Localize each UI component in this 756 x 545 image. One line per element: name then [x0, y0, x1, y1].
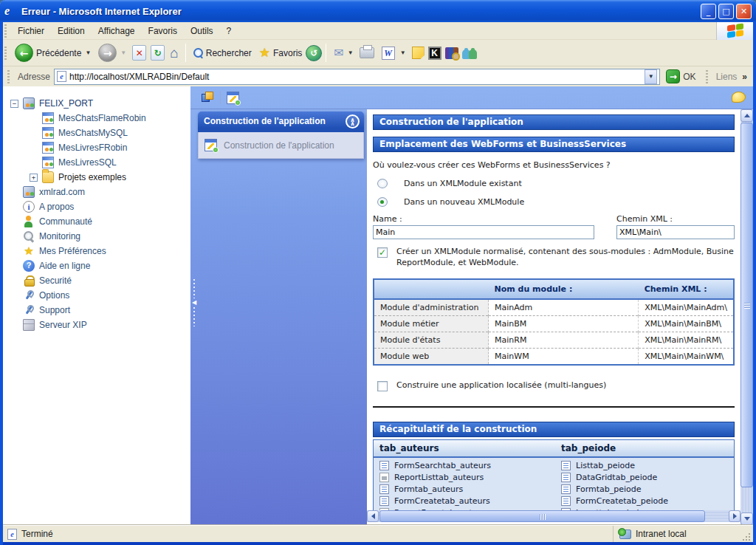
scroll-left-button[interactable]: [367, 510, 379, 522]
radio-new-module[interactable]: Dans un nouveau XMLModule: [373, 197, 735, 207]
links-grip[interactable]: [706, 70, 708, 83]
pane-splitter[interactable]: ◀: [190, 86, 197, 525]
tree-item-label[interactable]: MesLivresFRobin: [58, 143, 127, 153]
tree-item-label[interactable]: FELIX_PORT: [39, 98, 93, 109]
scroll-right-button[interactable]: [729, 510, 740, 522]
menu-aide[interactable]: ?: [220, 24, 238, 38]
chevron-up-icon[interactable]: ∧∧: [346, 114, 360, 128]
build-icon[interactable]: [227, 92, 239, 104]
summary-item-listtab-peiode[interactable]: Listtab_peiode: [555, 460, 734, 472]
tree-item-options[interactable]: Options: [3, 288, 190, 303]
horizontal-scroll-thumb[interactable]: [379, 510, 705, 522]
radio-unselected-icon[interactable]: [377, 179, 388, 188]
collapse-left-icon[interactable]: ◀: [192, 300, 196, 306]
tree-item-label[interactable]: Options: [39, 290, 69, 301]
menu-outils[interactable]: Outils: [184, 24, 220, 38]
messenger-button[interactable]: [462, 47, 478, 59]
tree-item-securit[interactable]: Securité: [3, 273, 190, 288]
tree-item-a-propos[interactable]: iA propos: [3, 199, 190, 214]
task-panel-item[interactable]: Construction de l'application: [224, 140, 334, 151]
tree-item-serveur-xip[interactable]: Serveur XIP: [3, 318, 190, 332]
tree-item-support[interactable]: Support: [3, 303, 190, 318]
close-button[interactable]: ✕: [736, 4, 752, 19]
summary-item-formcreatetab-auteurs[interactable]: FormCreatetab_auteurs: [374, 496, 555, 507]
address-input[interactable]: [69, 72, 642, 82]
toolbar-grip[interactable]: [4, 47, 7, 60]
stop-button[interactable]: ✕: [132, 45, 146, 61]
summary-item-reportlisttab-auteurs[interactable]: ReportListtab_auteurs: [374, 472, 555, 484]
notes-button[interactable]: [412, 47, 425, 59]
tree-item-meschatsmysql[interactable]: MesChatsMySQL: [3, 126, 190, 140]
menubar-grip[interactable]: [4, 24, 7, 38]
help-bubble-icon[interactable]: [732, 92, 746, 103]
tree-item-label[interactable]: A propos: [39, 202, 74, 212]
history-button[interactable]: ↺: [306, 45, 322, 61]
tree-item-label[interactable]: MesChatsMySQL: [58, 128, 128, 138]
menu-fichier[interactable]: Fichier: [11, 24, 51, 38]
tree-item-projets-exemples[interactable]: +Projets exemples: [3, 170, 190, 185]
back-dropdown-icon[interactable]: ▼: [85, 49, 91, 56]
name-input[interactable]: [373, 225, 594, 239]
task-panel-header[interactable]: Construction de l'application ∧∧: [198, 112, 364, 132]
normalized-module-label[interactable]: Créer un XMLModule normalisé, contenant …: [396, 247, 734, 269]
tree-item-meschatsflamerobin[interactable]: MesChatsFlameRobin: [3, 111, 190, 126]
horizontal-scroll-track[interactable]: [379, 510, 729, 522]
module-name-value[interactable]: MainAdm: [489, 299, 639, 316]
vertical-scroll-thumb[interactable]: [740, 123, 753, 487]
search-button[interactable]: Rechercher: [190, 47, 255, 60]
vertical-scrollbar[interactable]: [740, 109, 753, 525]
resize-grip[interactable]: [741, 532, 752, 542]
back-button[interactable]: ← Précédente ▼: [11, 42, 94, 64]
print-button[interactable]: [360, 47, 374, 58]
tree-item-label[interactable]: Communauté: [39, 216, 92, 227]
module-name-value[interactable]: MainBM: [489, 315, 639, 332]
forward-button[interactable]: → ▼: [94, 42, 130, 64]
collapse-icon[interactable]: −: [10, 100, 18, 108]
antivirus-button[interactable]: K: [428, 47, 441, 60]
links-chevron-icon[interactable]: »: [742, 72, 747, 82]
menu-favoris[interactable]: Favoris: [142, 24, 184, 38]
maximize-button[interactable]: □: [718, 4, 734, 19]
minimize-button[interactable]: _: [701, 4, 716, 19]
tree-item-label[interactable]: Securité: [39, 275, 72, 286]
tree-item-label[interactable]: Mes Préférences: [39, 246, 106, 256]
tree-item-label[interactable]: Monitoring: [39, 231, 80, 241]
tree-item-felix-port[interactable]: −FELIX_PORT: [3, 96, 190, 111]
tree-item-aide-en-ligne[interactable]: ?Aide en ligne: [3, 258, 190, 273]
tree-item-label[interactable]: xmlrad.com: [39, 187, 85, 197]
tree-item-label[interactable]: MesChatsFlameRobin: [58, 113, 146, 123]
favorites-button[interactable]: ★ Favoris: [255, 45, 306, 61]
modules-icon[interactable]: [201, 91, 214, 104]
addressbar-grip[interactable]: [7, 70, 10, 83]
module-name-value[interactable]: MainRM: [489, 332, 639, 348]
tree-item-label[interactable]: Projets exemples: [58, 172, 126, 182]
links-label[interactable]: Liens: [716, 72, 738, 82]
scroll-up-button[interactable]: [740, 109, 753, 122]
menu-affichage[interactable]: Affichage: [92, 24, 142, 38]
word-dropdown-icon[interactable]: ▼: [400, 49, 406, 56]
tree-item-label[interactable]: Support: [39, 305, 70, 315]
radio-selected-icon[interactable]: [377, 197, 388, 207]
summary-item-formcreatetab-peiode[interactable]: FormCreatetab_peiode: [555, 496, 734, 507]
tree-item-label[interactable]: Serveur XIP: [39, 320, 87, 330]
xml-path-input[interactable]: [616, 225, 735, 239]
checkbox-checked-icon[interactable]: ✓: [377, 247, 388, 258]
mail-dropdown-icon[interactable]: ▼: [348, 49, 354, 56]
summary-item-formsearchtab-auteurs[interactable]: FormSearchtab_auteurs: [374, 460, 555, 472]
horizontal-scrollbar[interactable]: [367, 510, 740, 522]
tree-item-label[interactable]: MesLivresSQL: [58, 157, 117, 168]
tree-item-monitoring[interactable]: Monitoring: [3, 229, 190, 244]
refresh-button[interactable]: ↻: [151, 45, 165, 61]
splitter-grip[interactable]: ◀: [192, 279, 196, 326]
module-name-value[interactable]: MainWM: [489, 348, 639, 365]
home-button[interactable]: ⌂: [170, 46, 178, 61]
go-button[interactable]: → OK: [664, 69, 700, 84]
menu-edition[interactable]: Edition: [51, 24, 92, 38]
summary-item-datagridtab-peiode[interactable]: DataGridtab_peiode: [555, 472, 734, 484]
tree-item-xmlrad-com[interactable]: xmlrad.com: [3, 185, 190, 199]
scroll-down-button[interactable]: [740, 513, 753, 525]
tree-item-communaut[interactable]: Communauté: [3, 214, 190, 229]
summary-item-formtab-peiode[interactable]: Formtab_peiode: [555, 484, 734, 496]
tree-item-mes-pr-f-rences[interactable]: ★Mes Préférences: [3, 244, 190, 258]
mail-button[interactable]: ✉ ▼: [330, 46, 357, 61]
